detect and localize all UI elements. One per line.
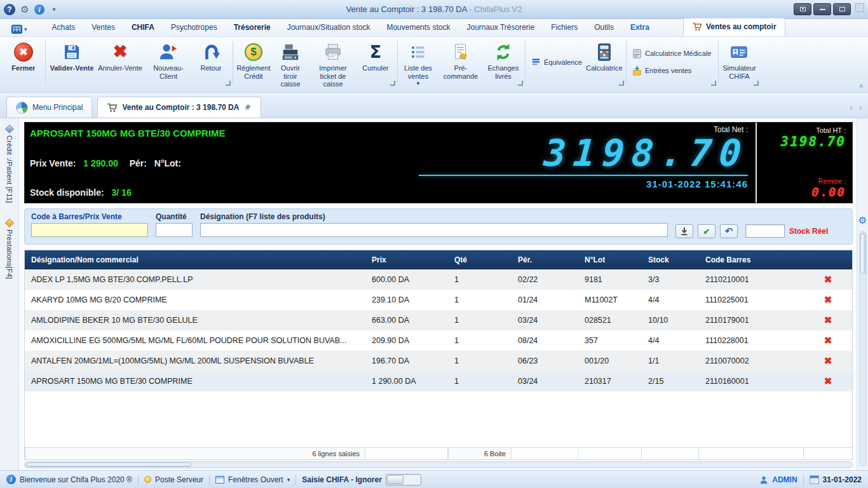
equivalence-button[interactable]: Équivalence [527, 56, 586, 68]
col-stock[interactable]: Stock [642, 255, 699, 264]
tab-fichiers[interactable]: Fichiers [543, 19, 586, 36]
cell-designation: APROSART 150MG MG BTE/30 COMPRIME [25, 377, 365, 386]
delete-row-button[interactable] [804, 315, 852, 326]
settings-gear-icon[interactable]: ⚙ [19, 4, 31, 15]
code-barres-input[interactable] [31, 223, 148, 237]
retour-button[interactable]: Retour [193, 39, 229, 85]
coin-dollar-icon [245, 43, 262, 61]
reglement-credit-button[interactable]: Réglement Crédit [235, 39, 272, 85]
annuler-label: Annuler-Vente [98, 64, 142, 72]
grid-settings-gear-icon[interactable]: ⚙ [858, 215, 867, 226]
tab-ventes-au-comptoir[interactable]: Ventes au comptoir [683, 18, 785, 36]
entrees-ventes-button[interactable]: Entrées ventes [628, 65, 715, 77]
valider-vente-button[interactable]: Valider-Vente [48, 39, 96, 85]
group-expander-icon[interactable] [226, 81, 231, 86]
tab-psychotropes[interactable]: Psychotropes [163, 19, 226, 36]
main-panel: APROSART 150MG MG BTE/30 COMPRIME Prix V… [19, 118, 857, 470]
calculatrice-medicale-button[interactable]: Calculatrice Médicale [628, 48, 715, 60]
echanges-livres-button[interactable]: Echanges livrés [485, 39, 522, 85]
help-icon[interactable]: ? [4, 4, 15, 15]
tab-menu-principal[interactable]: Menu Principal [6, 97, 92, 118]
insert-down-button[interactable] [675, 224, 693, 238]
code-barres-label: Code à Barres/Prix Vente [31, 212, 148, 221]
col-code-barres[interactable]: Code Barres [699, 255, 804, 264]
col-nlot[interactable]: N°Lot [578, 255, 642, 264]
col-designation[interactable]: Désignation/Nom commercial [25, 255, 365, 264]
designation-label: Désignation (F7 liste des produits) [200, 212, 668, 221]
fullscreen-button[interactable] [794, 3, 811, 15]
cancel-x-icon [113, 42, 128, 62]
stock-reel-field[interactable] [745, 224, 785, 238]
sales-grid: Désignation/Nom commercial Prix Qté Pér.… [24, 250, 853, 460]
simulateur-chifa-button[interactable]: Simulateur CHIFA [721, 39, 757, 85]
cell-qte: 1 [448, 356, 512, 365]
saisie-chifa-toggle[interactable] [386, 474, 421, 485]
tab-journaux-situation-stock[interactable]: Journaux/Situation stock [279, 19, 379, 36]
delete-row-button[interactable] [804, 274, 852, 285]
col-prix[interactable]: Prix [365, 255, 448, 264]
table-row[interactable]: ADEX LP 1,5MG MG BTE/30 COMP.PELL.LP 600… [25, 269, 852, 290]
tab-scroll-right-icon[interactable]: › [859, 103, 862, 112]
delete-row-button[interactable] [804, 294, 852, 306]
table-row[interactable]: ANTALFEN 20MG/1ML=(100MG/5ML) MG/ML 200M… [25, 351, 852, 371]
group-expander-icon[interactable] [518, 81, 523, 86]
ouvrir-tiroir-button[interactable]: Ouvrir tiroir caisse [272, 39, 309, 85]
vertical-scrollbar[interactable] [859, 231, 867, 466]
undo-button[interactable]: ↶ [720, 224, 738, 238]
vertical-scrollbar-thumb[interactable] [860, 233, 865, 274]
col-per[interactable]: Pér. [512, 255, 578, 264]
nouveau-client-button[interactable]: Nouveau-Client [144, 39, 193, 85]
imprimer-ticket-button[interactable]: Imprimer ticket de caisse [309, 39, 357, 85]
delete-row-button[interactable] [804, 376, 852, 387]
refresh-arrows-icon [494, 43, 513, 62]
current-user[interactable]: ADMIN [759, 475, 797, 484]
fenetres-ouvert-menu[interactable]: Fenêtres Ouvert ▾ [215, 475, 290, 484]
total-ht-value: 3198.70 [780, 134, 846, 149]
tab-chifa[interactable]: CHIFA [123, 19, 163, 36]
tab-mouvements-stock[interactable]: Mouvements stock [378, 19, 458, 36]
validate-line-button[interactable]: ✔ [698, 224, 715, 238]
tab-journaux-tresorerie[interactable]: Journaux Trésorerie [458, 19, 543, 36]
tab-vente-au-comptoir[interactable]: Vente au Comptoir : 3 198.70 DA [97, 97, 261, 118]
fermer-label: Fermer [11, 64, 35, 72]
delete-row-button[interactable] [804, 335, 852, 346]
info-icon[interactable]: i [34, 4, 44, 15]
group-expander-icon[interactable] [390, 81, 395, 86]
tab-outils[interactable]: Outils [586, 19, 622, 36]
group-expander-icon[interactable] [619, 81, 624, 86]
col-qte[interactable]: Qté [448, 255, 512, 264]
table-row-selected[interactable]: APROSART 150MG MG BTE/30 COMPRIME 1 290.… [25, 371, 852, 391]
maximize-button[interactable] [833, 3, 851, 15]
horizontal-scrollbar-thumb[interactable] [26, 463, 191, 467]
tab-achats[interactable]: Achats [44, 19, 84, 36]
pin-icon[interactable] [243, 104, 252, 112]
liste-des-ventes-button[interactable]: Liste des ventes ▾ [400, 39, 437, 85]
frame-corner-button[interactable] [855, 3, 864, 12]
delete-row-button[interactable] [804, 355, 852, 367]
pre-commande-button[interactable]: Pré-commande [437, 39, 485, 85]
quick-access-chevron-icon[interactable]: ▾ [48, 4, 60, 15]
minimize-button[interactable] [813, 3, 831, 15]
table-row[interactable]: AMOXICILLINE EG 500MG/5ML MG/ML FL/60ML … [25, 330, 852, 351]
calculatrice-button[interactable]: Calculatrice [586, 39, 623, 85]
current-date[interactable]: 31-01-2022 [810, 475, 862, 484]
tab-ventes[interactable]: Ventes [83, 19, 123, 36]
credit-patient-panel-tab[interactable]: Crédit :/Patient [F11] [6, 126, 13, 203]
fermer-button[interactable]: Fermer [5, 39, 42, 85]
group-expander-icon[interactable] [711, 81, 716, 86]
tab-scroll-left-icon[interactable]: ‹ [850, 103, 852, 112]
horizontal-scrollbar[interactable] [24, 461, 853, 468]
designation-input[interactable] [200, 223, 668, 237]
tab-extra[interactable]: Extra [622, 19, 658, 36]
annuler-vente-button[interactable]: Annuler-Vente [96, 39, 144, 85]
statusbar-separator [295, 475, 296, 485]
app-menu-button[interactable]: ▾ [11, 25, 27, 34]
table-row[interactable]: AMLODIPINE BEKER 10 MG BTE/30 GELULE 663… [25, 310, 852, 330]
table-row[interactable]: AKARYD 10MG MG B/20 COMPRIME 239.10 DA 1… [25, 290, 852, 310]
ribbon-collapse-icon[interactable]: ^ [859, 84, 863, 91]
group-expander-icon[interactable] [754, 81, 759, 86]
tab-tresorerie[interactable]: Trésorerie [226, 19, 279, 36]
cumuler-button[interactable]: Cumuler [357, 39, 394, 85]
prestations-panel-tab[interactable]: Prestations[F4] [6, 220, 13, 279]
quantite-input[interactable] [156, 223, 193, 237]
